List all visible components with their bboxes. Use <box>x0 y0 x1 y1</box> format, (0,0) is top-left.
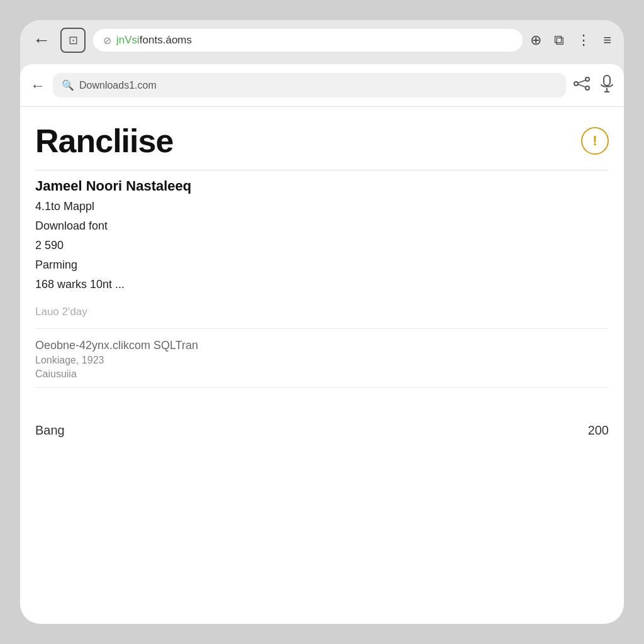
address-bar[interactable]: ⊘ jnVsifonts.áoms <box>93 29 523 52</box>
bottom-label: Bang <box>35 423 65 438</box>
browser-content: ← 🔍 Downloads1.com <box>20 64 624 624</box>
font-info-section: Jameel Noori Nastaleeq 4.1to Mappl Downl… <box>35 178 609 293</box>
inner-nav: ← 🔍 Downloads1.com <box>20 64 624 107</box>
menu-lines-icon[interactable]: ≡ <box>603 32 611 48</box>
phone-container: ← ⊡ ⊘ jnVsifonts.áoms ⊕ ⧉ ⋮ ≡ ← 🔍 <box>20 20 624 624</box>
tabs-icon[interactable]: ⧉ <box>554 32 564 48</box>
page-title: Rancliise <box>35 122 173 160</box>
title-divider <box>35 170 609 170</box>
more-dots-icon[interactable]: ⋮ <box>577 32 591 48</box>
secondary-detail-1: Lonkiage, 1923 <box>35 355 609 366</box>
section-divider <box>35 328 609 329</box>
svg-point-1 <box>574 82 578 86</box>
inner-back-button[interactable]: ← <box>30 77 45 94</box>
browser-chrome: ← ⊡ ⊘ jnVsifonts.áoms ⊕ ⧉ ⋮ ≡ <box>20 20 624 59</box>
font-detail-1: 4.1to Mappl <box>35 198 609 215</box>
address-rest: fonts.áoms <box>140 34 192 46</box>
search-icon: 🔍 <box>62 79 74 91</box>
inner-search-text: Downloads1.com <box>79 80 157 91</box>
footer-label-1: Lauo 2'day <box>35 306 609 318</box>
secondary-title: Oeobne-42ynx.clikcom SQLTran <box>35 339 609 352</box>
address-text: jnVsifonts.áoms <box>116 34 513 47</box>
bottom-value: 200 <box>588 423 609 438</box>
add-tab-icon[interactable]: ⊕ <box>530 32 541 48</box>
font-detail-5: 168 warks 10nt ... <box>35 276 609 293</box>
browser-actions: ⊕ ⧉ ⋮ ≡ <box>530 32 614 48</box>
inner-actions <box>574 74 614 97</box>
page-content: Rancliise ! Jameel Noori Nastaleeq 4.1to… <box>20 107 624 624</box>
svg-point-0 <box>586 77 589 81</box>
font-name: Jameel Noori Nastaleeq <box>35 178 609 194</box>
svg-line-4 <box>578 84 586 87</box>
info-badge[interactable]: ! <box>581 127 609 155</box>
bottom-row: Bang 200 <box>35 418 609 438</box>
bottom-divider <box>35 387 609 388</box>
font-detail-4: Parming <box>35 257 609 274</box>
font-detail-3: 2 590 <box>35 237 609 254</box>
browser-top-row: ← ⊡ ⊘ jnVsifonts.áoms ⊕ ⧉ ⋮ ≡ <box>30 28 614 59</box>
svg-point-2 <box>586 86 589 90</box>
browser-logo: ⊡ <box>60 28 86 53</box>
inner-search-bar[interactable]: 🔍 Downloads1.com <box>53 73 566 97</box>
security-icon: ⊘ <box>103 35 111 47</box>
secondary-detail-2: Caiusuiia <box>35 369 609 380</box>
reader-icon[interactable] <box>600 74 614 97</box>
share-icon[interactable] <box>574 77 590 94</box>
browser-back-button[interactable]: ← <box>30 28 53 53</box>
secondary-section: Oeobne-42ynx.clikcom SQLTran Lonkiage, 1… <box>35 339 609 380</box>
font-detail-download[interactable]: Download font <box>35 218 609 235</box>
svg-rect-5 <box>604 75 610 86</box>
page-title-row: Rancliise ! <box>35 122 609 160</box>
address-green: jnVsi <box>116 34 140 46</box>
svg-line-3 <box>578 80 586 83</box>
